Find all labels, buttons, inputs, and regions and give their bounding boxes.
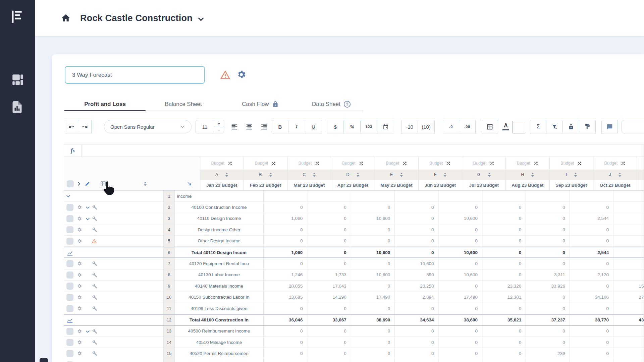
grid-cell[interactable]: 0 bbox=[570, 258, 613, 269]
row-label[interactable]: 40140 Materials Income bbox=[175, 281, 264, 291]
grid-cell[interactable]: 0 bbox=[613, 258, 644, 269]
comment-button[interactable] bbox=[601, 120, 618, 133]
italic-button[interactable]: I bbox=[288, 120, 305, 133]
row-checkbox[interactable] bbox=[66, 283, 73, 290]
row-wrench-icon[interactable] bbox=[92, 351, 97, 356]
font-size-increase[interactable]: + bbox=[214, 120, 224, 127]
grid-cell[interactable] bbox=[526, 191, 570, 201]
grid-cell[interactable]: 1,060 bbox=[264, 213, 307, 224]
align-left-button[interactable] bbox=[229, 120, 239, 133]
grid-cell[interactable]: 0 bbox=[351, 224, 395, 235]
grid-cell[interactable]: 0 bbox=[351, 281, 395, 291]
column-letter[interactable]: J bbox=[593, 170, 637, 180]
row-number[interactable]: 12 bbox=[163, 315, 175, 325]
row-label[interactable]: 40530 Reimbursed Freight & bbox=[175, 359, 264, 362]
grid-cell[interactable]: 0 bbox=[439, 303, 482, 314]
row-number[interactable]: 3 bbox=[163, 213, 175, 224]
increase-decimal-button[interactable]: .00 bbox=[459, 120, 476, 133]
grid-cell[interactable]: 36,046 bbox=[264, 315, 307, 325]
row-wrench-icon[interactable] bbox=[92, 261, 97, 266]
grid-cell[interactable]: 14,290 bbox=[307, 292, 351, 303]
row-gear-icon[interactable] bbox=[76, 328, 82, 334]
grid-cell[interactable]: 0 bbox=[307, 326, 351, 337]
grid-cell[interactable]: 10,600 bbox=[395, 258, 438, 269]
grid-cell[interactable] bbox=[439, 191, 482, 201]
grid-cell[interactable]: 0 bbox=[395, 348, 438, 359]
chevron-down-icon[interactable] bbox=[197, 15, 205, 23]
grid-cell[interactable]: 0 bbox=[439, 348, 482, 359]
column-month-label[interactable]: Feb 23 Budget bbox=[244, 180, 287, 190]
grid-cell[interactable] bbox=[613, 191, 644, 201]
column-month-label[interactable]: Jun 23 Budget bbox=[419, 180, 462, 190]
grid-cell[interactable]: 1,246 bbox=[264, 269, 307, 280]
grid-cell[interactable]: 0 bbox=[439, 224, 482, 235]
column-month-label[interactable]: Mar 23 Budget bbox=[287, 180, 331, 190]
row-wrench-icon[interactable] bbox=[92, 273, 97, 278]
column-letter[interactable]: I bbox=[550, 170, 593, 180]
column-month-label[interactable]: Aug 23 Budget bbox=[506, 180, 549, 190]
expand-diagonal-icon[interactable] bbox=[187, 181, 192, 186]
grid-cell[interactable]: 0 bbox=[439, 337, 482, 348]
grid-cell[interactable]: 0 bbox=[439, 326, 482, 337]
grid-cell[interactable]: 0 bbox=[264, 202, 307, 213]
grid-cell[interactable]: 37,237 bbox=[526, 315, 570, 325]
font-size-value[interactable]: 11 bbox=[196, 120, 214, 133]
grid-cell[interactable]: 0 bbox=[526, 213, 570, 224]
grid-cell[interactable]: 10,600 bbox=[351, 269, 395, 280]
percent-format-button[interactable]: % bbox=[344, 120, 361, 133]
grid-cell[interactable]: 27,682 bbox=[613, 292, 644, 303]
row-checkbox[interactable] bbox=[66, 204, 73, 211]
lock-cells-button[interactable] bbox=[563, 120, 579, 133]
grid-cell[interactable]: 0 bbox=[264, 303, 307, 314]
row-wrench-icon[interactable] bbox=[92, 205, 97, 210]
row-label[interactable]: 40120 Equipment Rental Inco bbox=[175, 258, 264, 269]
align-right-button[interactable] bbox=[259, 120, 269, 133]
grid-cell[interactable]: 0 bbox=[307, 224, 351, 235]
grid-cell[interactable]: 0 bbox=[613, 247, 644, 257]
row-gear-icon[interactable] bbox=[76, 227, 82, 233]
grid-cell[interactable]: 0 bbox=[526, 292, 570, 303]
tab-balance-sheet[interactable]: Balance Sheet bbox=[146, 98, 221, 111]
grid-cell[interactable]: 0 bbox=[307, 359, 351, 362]
grid-cell[interactable]: 0 bbox=[307, 337, 351, 348]
grid-cell[interactable]: 0 bbox=[482, 326, 526, 337]
grid-cell[interactable]: 0 bbox=[526, 303, 570, 314]
format-painter-button[interactable] bbox=[579, 120, 596, 133]
row-label[interactable]: Income bbox=[175, 191, 264, 201]
column-scenario-label[interactable]: Budget bbox=[419, 157, 462, 170]
column-letter[interactable]: G bbox=[462, 170, 505, 180]
grid-cell[interactable]: 0 bbox=[307, 247, 351, 257]
grid-cell[interactable]: 15,900 bbox=[613, 281, 644, 291]
column-letter[interactable]: D bbox=[331, 170, 374, 180]
column-letter[interactable]: B bbox=[244, 170, 287, 180]
grid-cell[interactable]: 0 bbox=[526, 202, 570, 213]
align-center-button[interactable] bbox=[244, 120, 254, 133]
grid-cell[interactable]: 0 bbox=[482, 303, 526, 314]
row-sort-icon[interactable] bbox=[144, 182, 147, 186]
grid-cell[interactable] bbox=[570, 191, 613, 201]
grid-cell[interactable]: 0 bbox=[613, 359, 644, 362]
column-scenario-label[interactable]: Budget bbox=[593, 157, 637, 170]
row-expand-icon[interactable] bbox=[86, 217, 90, 221]
row-gear-icon[interactable] bbox=[76, 295, 82, 300]
row-number[interactable]: 2 bbox=[163, 202, 175, 213]
grid-cell[interactable]: 239 bbox=[526, 348, 570, 359]
row-number[interactable]: 10 bbox=[163, 292, 175, 303]
row-gear-icon[interactable] bbox=[76, 283, 82, 289]
row-number[interactable]: 16 bbox=[163, 359, 175, 362]
grid-cell[interactable]: 38,770 bbox=[570, 315, 613, 325]
grid-cell[interactable]: 0 bbox=[570, 359, 613, 362]
grid-cell[interactable]: 0 bbox=[395, 359, 438, 362]
grid-cell[interactable]: 0 bbox=[526, 247, 570, 257]
row-number[interactable]: 7 bbox=[163, 258, 175, 269]
grid-cell[interactable]: 0 bbox=[526, 236, 570, 246]
font-size-decrease[interactable]: - bbox=[214, 127, 224, 133]
grid-cell[interactable]: 0 bbox=[395, 337, 438, 348]
row-wrench-icon[interactable] bbox=[92, 329, 97, 334]
decrease-decimal-button[interactable]: .0 bbox=[443, 120, 459, 133]
grid-cell[interactable] bbox=[307, 191, 351, 201]
column-sort-icon[interactable] bbox=[488, 173, 491, 177]
grid-cell[interactable] bbox=[264, 191, 307, 201]
grid-cell[interactable]: 0 bbox=[264, 337, 307, 348]
grid-cell[interactable]: 0 bbox=[307, 202, 351, 213]
